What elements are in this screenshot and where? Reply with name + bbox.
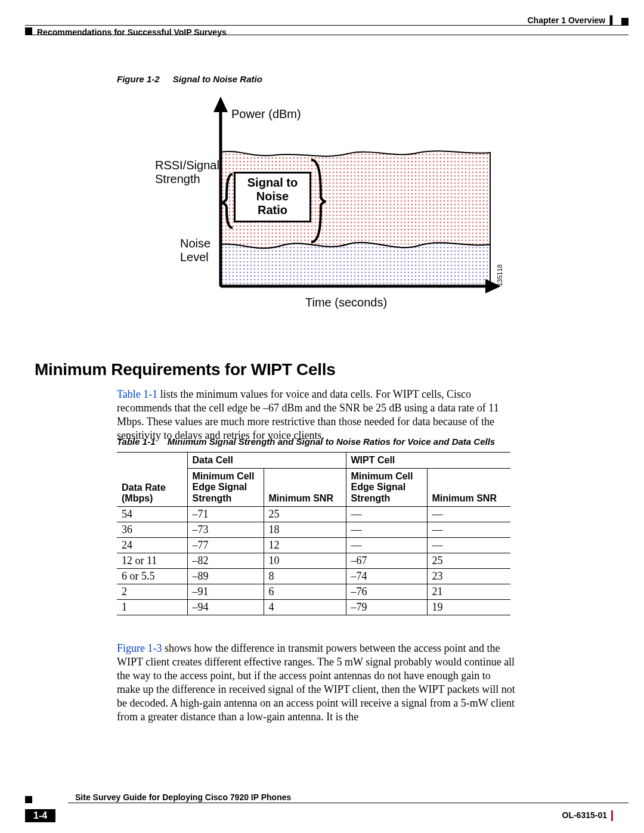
c3a: Minimum Cell: [351, 471, 413, 481]
group-wipt-cell: WIPT Cell: [346, 453, 510, 469]
cell-d-snr: 6: [264, 584, 346, 600]
cell-rate: 2: [117, 584, 187, 600]
header-chapter-text: Chapter 1 Overview: [527, 16, 605, 25]
page: Chapter 1 Overview ▍ Recommendations for…: [0, 0, 644, 833]
col-d-snr: Minimum SNR: [264, 469, 346, 507]
table-number: Table 1-1: [117, 436, 155, 447]
cell-rate: 24: [117, 538, 187, 553]
label-rssi-line1: RSSI/Signal: [155, 159, 219, 172]
cell-w-edge: –67: [346, 553, 427, 569]
header-square-right: [621, 18, 628, 25]
cell-d-edge: –94: [187, 600, 264, 615]
group-data-cell: Data Cell: [187, 453, 346, 469]
paragraph-2: Figure 1-3 shows how the difference in t…: [117, 642, 516, 724]
c3c: Strength: [351, 493, 391, 503]
cell-d-edge: –91: [187, 584, 264, 600]
label-power: Power (dBm): [231, 107, 301, 121]
cell-w-edge: –74: [346, 569, 427, 584]
cell-d-edge: –82: [187, 553, 264, 569]
cell-w-edge: –79: [346, 600, 427, 615]
col-w-edge: Minimum Cell Edge Signal Strength: [346, 469, 427, 507]
cell-d-snr: 10: [264, 553, 346, 569]
cell-rate: 54: [117, 507, 187, 522]
cell-w-edge: –76: [346, 584, 427, 600]
col-data-rate: Data Rate (Mbps): [117, 453, 187, 507]
paragraph-1: Table 1-1 lists the minimum values for v…: [117, 388, 513, 442]
c3b: Edge Signal: [351, 482, 406, 492]
snr-line3: Ratio: [258, 203, 287, 216]
para1-text: lists the minimum values for voice and d…: [117, 388, 499, 441]
cell-w-edge: —: [346, 538, 427, 553]
table-caption: Table 1-1 Minimum Signal Strength and Si…: [117, 436, 495, 447]
cell-d-snr: 4: [264, 600, 346, 615]
figure-title: Signal to Noise Ratio: [173, 74, 262, 84]
footer-rule: [68, 803, 628, 803]
label-noise-level: Noise Level: [180, 237, 210, 264]
link-figure-1-3[interactable]: Figure 1-3: [117, 642, 162, 654]
header-rule-1: [25, 25, 628, 26]
table-row: 1 –94 4 –79 19: [117, 600, 510, 615]
figure-id: 135118: [496, 264, 503, 286]
footer-square-left: [25, 796, 32, 803]
c1b: Edge Signal: [193, 482, 247, 492]
cell-w-snr: 21: [427, 584, 510, 600]
c1a: Minimum Cell: [193, 471, 255, 481]
cell-w-snr: 25: [427, 553, 510, 569]
table-row: 6 or 5.5 –89 8 –74 23: [117, 569, 510, 584]
snr-svg: [156, 95, 508, 316]
cell-w-edge: —: [346, 507, 427, 522]
header-rule-2: [25, 35, 628, 35]
para2-text: shows how the difference in transmit pow…: [117, 642, 515, 723]
cell-w-snr: —: [427, 507, 510, 522]
cell-d-snr: 12: [264, 538, 346, 553]
label-rssi-line2: Strength: [155, 172, 200, 185]
table-row: 36 –73 18 — —: [117, 522, 510, 538]
cell-d-snr: 25: [264, 507, 346, 522]
figure-number: Figure 1-2: [117, 74, 160, 84]
cell-rate: 6 or 5.5: [117, 569, 187, 584]
svg-marker-5: [213, 97, 228, 112]
label-snr-box: Signal to Noise Ratio: [234, 172, 311, 222]
section-heading: Minimum Requirements for WIPT Cells: [35, 360, 335, 379]
header-section: Recommendations for Successful VoIP Surv…: [37, 27, 227, 37]
cell-w-snr: 23: [427, 569, 510, 584]
noise-line1: Noise: [180, 237, 210, 250]
footer-title: Site Survey Guide for Deploying Cisco 79…: [75, 792, 291, 802]
table-row: 24 –77 12 — —: [117, 538, 510, 553]
cell-d-edge: –77: [187, 538, 264, 553]
cell-d-edge: –89: [187, 569, 264, 584]
cell-d-edge: –73: [187, 522, 264, 538]
footer-bar-icon: [611, 810, 613, 821]
cell-d-edge: –71: [187, 507, 264, 522]
cell-rate: 36: [117, 522, 187, 538]
cell-w-edge: —: [346, 522, 427, 538]
snr-line2: Noise: [256, 190, 289, 203]
c1c: Strength: [193, 493, 232, 503]
cell-d-snr: 8: [264, 569, 346, 584]
table-row: 2 –91 6 –76 21: [117, 584, 510, 600]
footer-page: 1-4: [25, 809, 55, 822]
col-w-snr: Minimum SNR: [427, 469, 510, 507]
table-row: 54 –71 25 — —: [117, 507, 510, 522]
header-square-left: [25, 27, 32, 35]
cell-w-snr: —: [427, 538, 510, 553]
cell-d-snr: 18: [264, 522, 346, 538]
cell-w-snr: 19: [427, 600, 510, 615]
header-bar-icon: ▍: [608, 16, 617, 25]
cell-rate: 1: [117, 600, 187, 615]
noise-line2: Level: [180, 250, 209, 264]
figure-caption: Figure 1-2 Signal to Noise Ratio: [117, 74, 262, 84]
snr-line1: Signal to: [247, 176, 298, 189]
label-rssi-signal: RSSI/Signal Strength: [155, 159, 219, 186]
table-row: 12 or 11 –82 10 –67 25: [117, 553, 510, 569]
footer-doc-id: OL-6315-01: [562, 810, 607, 820]
label-time: Time (seconds): [305, 296, 387, 309]
requirements-table: Data Rate (Mbps) Data Cell WIPT Cell Min…: [117, 452, 510, 615]
link-table-1-1[interactable]: Table 1-1: [117, 388, 157, 400]
table-title: Minimum Signal Strength and Signal to No…: [168, 436, 496, 447]
cell-w-snr: —: [427, 522, 510, 538]
cell-rate: 12 or 11: [117, 553, 187, 569]
header-chapter: Chapter 1 Overview ▍: [527, 16, 617, 25]
col-d-edge: Minimum Cell Edge Signal Strength: [187, 469, 264, 507]
snr-diagram: Power (dBm) RSSI/Signal Strength Signal …: [156, 95, 508, 316]
